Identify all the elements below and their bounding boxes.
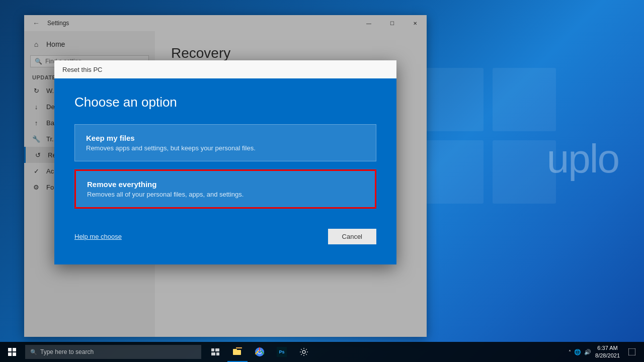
start-button[interactable]	[0, 342, 24, 362]
volume-icon[interactable]: 🔊	[584, 349, 591, 355]
dialog-footer: Help me choose Cancel	[74, 217, 376, 244]
dialog-titlebar: Reset this PC	[54, 60, 396, 78]
cancel-button[interactable]: Cancel	[328, 229, 376, 244]
dialog-heading: Choose an option	[74, 95, 376, 110]
svg-rect-1	[493, 68, 556, 131]
clock-time: 6:37 AM	[597, 344, 617, 352]
keep-files-desc: Removes apps and settings, but keeps you…	[86, 144, 365, 152]
svg-rect-8	[211, 348, 214, 351]
taskbar-right: ˄ 🌐 🔊 6:37 AM 8/28/2021	[565, 342, 644, 362]
settings-window: ← Settings — ☐ ✕ ⌂ Home 🔍 Up	[24, 15, 427, 337]
remove-everything-desc: Removes all of your personal files, apps…	[87, 191, 364, 198]
help-me-choose-link[interactable]: Help me choose	[74, 233, 122, 240]
taskbar-search-icon: 🔍	[30, 349, 37, 355]
svg-rect-5	[13, 348, 16, 351]
modal-overlay: Reset this PC Choose an option Keep my f…	[24, 15, 427, 337]
dialog-body: Choose an option Keep my files Removes a…	[54, 78, 396, 264]
keep-files-option[interactable]: Keep my files Removes apps and settings,…	[74, 124, 376, 161]
network-icon[interactable]: 🌐	[574, 349, 581, 355]
settings-taskbar-button[interactable]	[294, 342, 314, 362]
svg-point-18	[302, 350, 305, 353]
task-view-button[interactable]	[205, 342, 225, 362]
remove-everything-option[interactable]: Remove everything Removes all of your pe…	[74, 169, 376, 209]
svg-rect-4	[8, 348, 12, 351]
clock[interactable]: 6:37 AM 8/28/2021	[595, 344, 620, 360]
clock-date: 8/28/2021	[595, 352, 620, 359]
file-explorer-button[interactable]	[227, 342, 248, 362]
taskbar-search-text: Type here to search	[40, 348, 94, 355]
svg-rect-7	[13, 352, 16, 356]
taskbar: 🔍 Type here to search	[0, 342, 644, 362]
svg-rect-2	[420, 140, 484, 204]
svg-rect-11	[216, 352, 219, 355]
system-tray: ˄ 🌐 🔊	[569, 349, 591, 355]
desktop: uplo ← Settings — ☐ ✕ ⌂ Home	[0, 0, 644, 362]
taskbar-search-bar[interactable]: 🔍 Type here to search	[25, 345, 201, 359]
svg-rect-9	[215, 348, 219, 351]
svg-rect-6	[8, 352, 12, 356]
svg-rect-13	[236, 347, 242, 348]
svg-rect-10	[211, 352, 215, 355]
dialog-title: Reset this PC	[62, 66, 102, 73]
reset-dialog: Reset this PC Choose an option Keep my f…	[54, 60, 396, 264]
keep-files-title: Keep my files	[86, 134, 365, 142]
svg-rect-0	[420, 68, 484, 131]
remove-everything-title: Remove everything	[87, 180, 364, 189]
svg-rect-14	[234, 350, 241, 355]
chrome-button[interactable]	[250, 342, 270, 362]
notification-button[interactable]	[624, 342, 640, 362]
windows-logo-bg	[413, 60, 564, 211]
taskbar-app-icons: Ps	[205, 342, 314, 362]
svg-rect-19	[628, 348, 635, 355]
uplo-brand-text: uplo	[547, 136, 619, 182]
show-hidden-icons-button[interactable]: ˄	[569, 349, 571, 355]
photoshop-button[interactable]: Ps	[272, 342, 292, 362]
